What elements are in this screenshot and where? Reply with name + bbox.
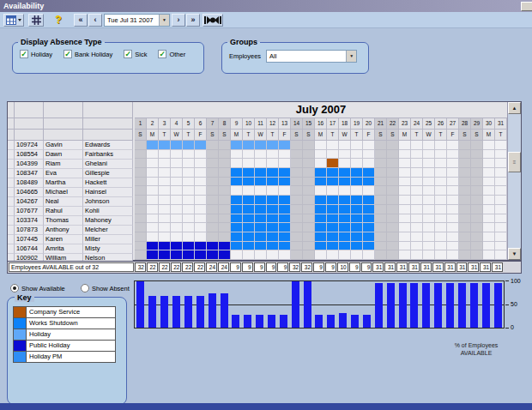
day-cell[interactable]	[339, 232, 351, 242]
day-cell[interactable]	[411, 196, 423, 205]
view-grid-button[interactable]	[3, 14, 24, 27]
day-cell[interactable]	[387, 205, 399, 214]
day-cell[interactable]	[423, 214, 435, 224]
day-cell[interactable]	[243, 186, 255, 196]
day-cell[interactable]	[363, 186, 375, 196]
day-cell[interactable]	[435, 232, 447, 242]
day-cell[interactable]	[375, 250, 387, 260]
day-cell[interactable]	[387, 168, 399, 178]
day-cell[interactable]	[399, 141, 411, 150]
day-cell[interactable]	[291, 150, 303, 160]
day-cell[interactable]	[207, 242, 219, 251]
day-cell[interactable]	[279, 186, 291, 196]
day-cell[interactable]	[399, 186, 411, 196]
day-cell[interactable]	[339, 205, 351, 214]
day-cell[interactable]	[255, 168, 267, 178]
day-cell[interactable]	[219, 232, 231, 242]
day-cell[interactable]	[267, 232, 279, 242]
day-cell[interactable]	[255, 150, 267, 160]
scroll-up-button[interactable]: ▲	[508, 102, 521, 114]
day-cell[interactable]	[135, 159, 147, 168]
day-cell[interactable]	[255, 223, 267, 232]
day-cell[interactable]	[483, 150, 495, 160]
day-cell[interactable]	[183, 214, 195, 224]
day-cell[interactable]	[447, 150, 459, 160]
group-select[interactable]: All ▼	[266, 50, 357, 63]
day-cell[interactable]	[183, 150, 195, 160]
day-cell[interactable]	[483, 223, 495, 232]
day-cell[interactable]	[135, 150, 147, 160]
day-cell[interactable]	[171, 223, 183, 232]
day-cell[interactable]	[303, 223, 315, 232]
day-cell[interactable]	[195, 186, 207, 196]
day-cell[interactable]	[243, 250, 255, 260]
day-cell[interactable]	[147, 242, 159, 251]
day-cell[interactable]	[423, 159, 435, 168]
day-cell[interactable]	[231, 168, 243, 178]
day-cell[interactable]	[363, 250, 375, 260]
day-cell[interactable]	[135, 141, 147, 150]
day-cell[interactable]	[267, 196, 279, 205]
day-cell[interactable]	[459, 232, 471, 242]
day-cell[interactable]	[291, 196, 303, 205]
day-cell[interactable]	[387, 242, 399, 251]
day-cell[interactable]	[219, 250, 231, 260]
day-cell[interactable]	[459, 178, 471, 187]
day-cell[interactable]	[171, 168, 183, 178]
employee-row[interactable]: 108489MarthaHackett	[8, 178, 135, 188]
employee-row[interactable]: 108347EvaGillespie	[8, 169, 135, 178]
day-cell[interactable]	[159, 186, 171, 196]
day-cell[interactable]	[303, 168, 315, 178]
day-cell[interactable]	[231, 232, 243, 242]
day-cell[interactable]	[159, 250, 171, 260]
day-cell[interactable]	[195, 150, 207, 160]
day-cell[interactable]	[231, 223, 243, 232]
employee-row[interactable]: 107873AnthonyMelcher	[8, 226, 135, 235]
day-cell[interactable]	[255, 141, 267, 150]
day-cell[interactable]	[315, 196, 327, 205]
day-cell[interactable]	[279, 250, 291, 260]
day-cell[interactable]	[147, 141, 159, 150]
day-cell[interactable]	[207, 159, 219, 168]
day-cell[interactable]	[315, 186, 327, 196]
day-cell[interactable]	[315, 150, 327, 160]
day-cell[interactable]	[219, 223, 231, 232]
day-cell[interactable]	[219, 150, 231, 160]
day-cell[interactable]	[495, 159, 507, 168]
day-cell[interactable]	[195, 205, 207, 214]
day-cell[interactable]	[375, 168, 387, 178]
day-cell[interactable]	[255, 159, 267, 168]
date-next-button[interactable]: ›	[172, 14, 185, 27]
day-cell[interactable]	[231, 159, 243, 168]
day-cell[interactable]	[195, 196, 207, 205]
day-cell[interactable]	[219, 141, 231, 150]
day-cell[interactable]	[279, 205, 291, 214]
day-cell[interactable]	[411, 141, 423, 150]
help-button[interactable]: ?	[51, 14, 65, 27]
day-cell[interactable]	[495, 250, 507, 260]
day-cell[interactable]	[483, 214, 495, 224]
day-cell[interactable]	[135, 186, 147, 196]
day-cell[interactable]	[387, 178, 399, 187]
day-cell[interactable]	[351, 214, 363, 224]
day-cell[interactable]	[387, 186, 399, 196]
day-cell[interactable]	[171, 250, 183, 260]
day-cell[interactable]	[495, 214, 507, 224]
employee-row[interactable]: 104665MichaelHainsel	[8, 188, 135, 197]
day-cell[interactable]	[411, 150, 423, 160]
day-cell[interactable]	[471, 223, 483, 232]
day-cell[interactable]	[435, 250, 447, 260]
day-cell[interactable]	[387, 232, 399, 242]
day-cell[interactable]	[483, 178, 495, 187]
day-cell[interactable]	[339, 196, 351, 205]
day-cell[interactable]	[435, 196, 447, 205]
day-cell[interactable]	[327, 196, 339, 205]
day-cell[interactable]	[243, 168, 255, 178]
checkbox-holiday[interactable]: ✓ Holiday	[20, 50, 52, 58]
day-cell[interactable]	[315, 159, 327, 168]
day-cell[interactable]	[351, 196, 363, 205]
day-cell[interactable]	[147, 250, 159, 260]
date-picker-dropdown-button[interactable]: ▼	[159, 15, 169, 26]
employee-row[interactable]: 107677RahulKohli	[8, 207, 135, 216]
day-cell[interactable]	[435, 159, 447, 168]
